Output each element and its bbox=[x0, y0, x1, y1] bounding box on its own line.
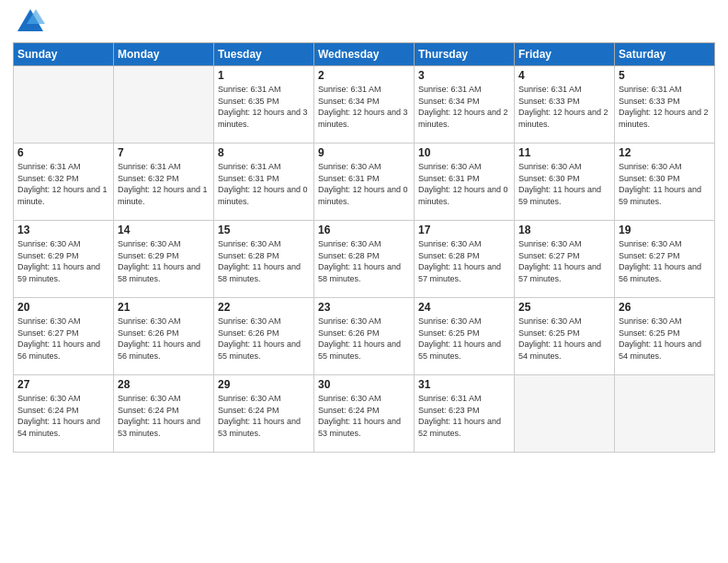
calendar-cell: 12Sunrise: 6:30 AM Sunset: 6:30 PM Dayli… bbox=[615, 144, 715, 221]
day-number: 10 bbox=[418, 146, 510, 159]
header bbox=[13, 9, 715, 35]
day-info: Sunrise: 6:30 AM Sunset: 6:27 PM Dayligh… bbox=[518, 238, 610, 284]
calendar-cell bbox=[114, 66, 214, 144]
calendar-cell: 17Sunrise: 6:30 AM Sunset: 6:28 PM Dayli… bbox=[415, 221, 515, 298]
day-number: 13 bbox=[17, 224, 109, 236]
day-info: Sunrise: 6:30 AM Sunset: 6:24 PM Dayligh… bbox=[218, 393, 310, 439]
header-cell-sunday: Sunday bbox=[14, 43, 114, 66]
day-number: 11 bbox=[518, 146, 610, 159]
day-info: Sunrise: 6:30 AM Sunset: 6:24 PM Dayligh… bbox=[318, 393, 410, 439]
day-number: 25 bbox=[518, 301, 610, 314]
day-info: Sunrise: 6:30 AM Sunset: 6:30 PM Dayligh… bbox=[619, 161, 711, 207]
day-number: 12 bbox=[619, 146, 711, 159]
day-info: Sunrise: 6:31 AM Sunset: 6:31 PM Dayligh… bbox=[218, 161, 310, 207]
day-info: Sunrise: 6:31 AM Sunset: 6:33 PM Dayligh… bbox=[518, 84, 610, 130]
calendar-cell: 2Sunrise: 6:31 AM Sunset: 6:34 PM Daylig… bbox=[314, 66, 415, 144]
calendar-cell: 6Sunrise: 6:31 AM Sunset: 6:32 PM Daylig… bbox=[14, 144, 114, 221]
day-number: 7 bbox=[118, 146, 210, 159]
calendar-cell: 3Sunrise: 6:31 AM Sunset: 6:34 PM Daylig… bbox=[415, 66, 515, 144]
day-number: 6 bbox=[17, 146, 109, 159]
day-info: Sunrise: 6:31 AM Sunset: 6:33 PM Dayligh… bbox=[619, 84, 711, 130]
header-cell-monday: Monday bbox=[114, 43, 214, 66]
day-info: Sunrise: 6:30 AM Sunset: 6:29 PM Dayligh… bbox=[118, 238, 210, 284]
week-row-1: 1Sunrise: 6:31 AM Sunset: 6:35 PM Daylig… bbox=[14, 66, 715, 144]
day-info: Sunrise: 6:30 AM Sunset: 6:29 PM Dayligh… bbox=[17, 238, 109, 284]
calendar-cell: 24Sunrise: 6:30 AM Sunset: 6:25 PM Dayli… bbox=[415, 298, 515, 375]
calendar-cell: 26Sunrise: 6:30 AM Sunset: 6:25 PM Dayli… bbox=[615, 298, 715, 375]
calendar-cell: 9Sunrise: 6:30 AM Sunset: 6:31 PM Daylig… bbox=[314, 144, 415, 221]
day-number: 30 bbox=[318, 378, 410, 391]
week-row-5: 27Sunrise: 6:30 AM Sunset: 6:24 PM Dayli… bbox=[14, 375, 715, 453]
calendar-cell: 11Sunrise: 6:30 AM Sunset: 6:30 PM Dayli… bbox=[515, 144, 615, 221]
day-info: Sunrise: 6:31 AM Sunset: 6:23 PM Dayligh… bbox=[418, 393, 510, 439]
day-number: 28 bbox=[118, 378, 210, 391]
day-number: 22 bbox=[218, 301, 310, 314]
day-info: Sunrise: 6:30 AM Sunset: 6:30 PM Dayligh… bbox=[518, 161, 610, 207]
day-info: Sunrise: 6:30 AM Sunset: 6:27 PM Dayligh… bbox=[17, 316, 109, 362]
day-number: 20 bbox=[17, 301, 109, 314]
calendar-cell: 10Sunrise: 6:30 AM Sunset: 6:31 PM Dayli… bbox=[415, 144, 515, 221]
day-info: Sunrise: 6:31 AM Sunset: 6:34 PM Dayligh… bbox=[318, 84, 410, 130]
calendar-cell bbox=[615, 375, 715, 453]
day-info: Sunrise: 6:30 AM Sunset: 6:28 PM Dayligh… bbox=[318, 238, 410, 284]
day-info: Sunrise: 6:30 AM Sunset: 6:26 PM Dayligh… bbox=[218, 316, 310, 362]
header-cell-tuesday: Tuesday bbox=[214, 43, 314, 66]
calendar-cell: 27Sunrise: 6:30 AM Sunset: 6:24 PM Dayli… bbox=[14, 375, 114, 453]
week-row-3: 13Sunrise: 6:30 AM Sunset: 6:29 PM Dayli… bbox=[14, 221, 715, 298]
day-info: Sunrise: 6:30 AM Sunset: 6:24 PM Dayligh… bbox=[17, 393, 109, 439]
day-info: Sunrise: 6:30 AM Sunset: 6:25 PM Dayligh… bbox=[418, 316, 510, 362]
day-number: 26 bbox=[619, 301, 711, 314]
calendar-cell: 31Sunrise: 6:31 AM Sunset: 6:23 PM Dayli… bbox=[415, 375, 515, 453]
day-number: 23 bbox=[318, 301, 410, 314]
day-info: Sunrise: 6:30 AM Sunset: 6:31 PM Dayligh… bbox=[418, 161, 510, 207]
calendar-cell: 25Sunrise: 6:30 AM Sunset: 6:25 PM Dayli… bbox=[515, 298, 615, 375]
calendar-cell bbox=[14, 66, 114, 144]
calendar-header: SundayMondayTuesdayWednesdayThursdayFrid… bbox=[14, 43, 715, 66]
calendar-cell: 20Sunrise: 6:30 AM Sunset: 6:27 PM Dayli… bbox=[14, 298, 114, 375]
day-number: 16 bbox=[318, 224, 410, 236]
header-cell-wednesday: Wednesday bbox=[314, 43, 415, 66]
calendar-cell: 8Sunrise: 6:31 AM Sunset: 6:31 PM Daylig… bbox=[214, 144, 314, 221]
calendar-cell: 15Sunrise: 6:30 AM Sunset: 6:28 PM Dayli… bbox=[214, 221, 314, 298]
day-info: Sunrise: 6:30 AM Sunset: 6:31 PM Dayligh… bbox=[318, 161, 410, 207]
day-number: 3 bbox=[418, 69, 510, 82]
header-cell-thursday: Thursday bbox=[415, 43, 515, 66]
day-number: 29 bbox=[218, 378, 310, 391]
day-info: Sunrise: 6:31 AM Sunset: 6:34 PM Dayligh… bbox=[418, 84, 510, 130]
calendar-cell: 28Sunrise: 6:30 AM Sunset: 6:24 PM Dayli… bbox=[114, 375, 214, 453]
logo-icon bbox=[16, 6, 45, 35]
calendar-cell: 13Sunrise: 6:30 AM Sunset: 6:29 PM Dayli… bbox=[14, 221, 114, 298]
calendar-cell: 23Sunrise: 6:30 AM Sunset: 6:26 PM Dayli… bbox=[314, 298, 415, 375]
day-info: Sunrise: 6:31 AM Sunset: 6:32 PM Dayligh… bbox=[118, 161, 210, 207]
week-row-2: 6Sunrise: 6:31 AM Sunset: 6:32 PM Daylig… bbox=[14, 144, 715, 221]
day-number: 1 bbox=[218, 69, 310, 82]
calendar-body: 1Sunrise: 6:31 AM Sunset: 6:35 PM Daylig… bbox=[14, 66, 715, 453]
day-number: 17 bbox=[418, 224, 510, 236]
page: SundayMondayTuesdayWednesdayThursdayFrid… bbox=[0, 0, 728, 563]
day-info: Sunrise: 6:30 AM Sunset: 6:25 PM Dayligh… bbox=[518, 316, 610, 362]
day-number: 31 bbox=[418, 378, 510, 391]
calendar-cell: 19Sunrise: 6:30 AM Sunset: 6:27 PM Dayli… bbox=[615, 221, 715, 298]
day-number: 21 bbox=[118, 301, 210, 314]
calendar-cell: 30Sunrise: 6:30 AM Sunset: 6:24 PM Dayli… bbox=[314, 375, 415, 453]
calendar-table: SundayMondayTuesdayWednesdayThursdayFrid… bbox=[13, 42, 715, 453]
day-info: Sunrise: 6:30 AM Sunset: 6:24 PM Dayligh… bbox=[118, 393, 210, 439]
day-info: Sunrise: 6:31 AM Sunset: 6:32 PM Dayligh… bbox=[17, 161, 109, 207]
calendar-cell: 21Sunrise: 6:30 AM Sunset: 6:26 PM Dayli… bbox=[114, 298, 214, 375]
header-cell-saturday: Saturday bbox=[615, 43, 715, 66]
day-info: Sunrise: 6:30 AM Sunset: 6:26 PM Dayligh… bbox=[118, 316, 210, 362]
day-number: 15 bbox=[218, 224, 310, 236]
day-info: Sunrise: 6:31 AM Sunset: 6:35 PM Dayligh… bbox=[218, 84, 310, 130]
day-info: Sunrise: 6:30 AM Sunset: 6:27 PM Dayligh… bbox=[619, 238, 711, 284]
calendar-cell bbox=[515, 375, 615, 453]
header-row: SundayMondayTuesdayWednesdayThursdayFrid… bbox=[14, 43, 715, 66]
day-number: 27 bbox=[17, 378, 109, 391]
day-number: 9 bbox=[318, 146, 410, 159]
day-number: 19 bbox=[619, 224, 711, 236]
calendar-cell: 16Sunrise: 6:30 AM Sunset: 6:28 PM Dayli… bbox=[314, 221, 415, 298]
day-info: Sunrise: 6:30 AM Sunset: 6:26 PM Dayligh… bbox=[318, 316, 410, 362]
day-info: Sunrise: 6:30 AM Sunset: 6:28 PM Dayligh… bbox=[418, 238, 510, 284]
day-number: 4 bbox=[518, 69, 610, 82]
day-number: 24 bbox=[418, 301, 510, 314]
day-info: Sunrise: 6:30 AM Sunset: 6:28 PM Dayligh… bbox=[218, 238, 310, 284]
